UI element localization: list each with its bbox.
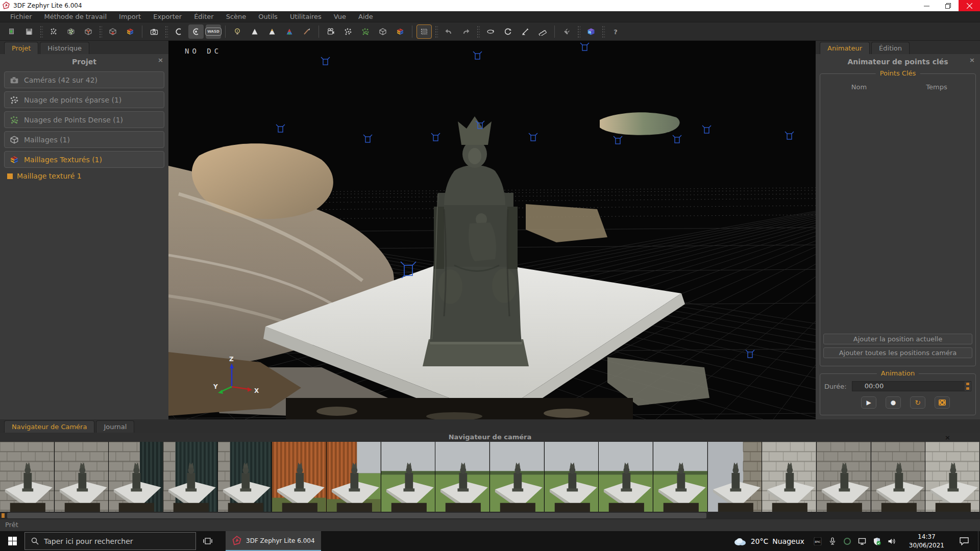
menu-scene[interactable]: Scène [221, 12, 252, 21]
cube-color-icon[interactable] [122, 24, 138, 39]
project-item-maillages-1[interactable]: Maillages (1) [4, 131, 164, 148]
menu-aide[interactable]: Aide [353, 12, 378, 21]
toolbar-grip[interactable] [477, 26, 480, 38]
tab-projet[interactable]: Projet [4, 42, 38, 54]
toolbar-grip[interactable] [165, 26, 168, 38]
camera-thumbnail-15[interactable] [762, 442, 817, 512]
cube-gray-icon[interactable] [375, 24, 390, 39]
cone-multi-icon[interactable] [282, 24, 297, 39]
wasd-mode-button[interactable]: WASD [206, 24, 221, 39]
recording-ring-icon[interactable] [843, 537, 851, 545]
menu-utilitaires[interactable]: Utilitaires [285, 12, 327, 21]
cube-color2-icon[interactable] [393, 24, 408, 39]
menu-methode-de-travail[interactable]: Méthode de travail [39, 12, 112, 21]
camera-thumbnail-6[interactable] [272, 442, 327, 512]
microphone-icon[interactable] [828, 537, 837, 545]
tab-navigateur-camera[interactable]: Navigateur de Caméra [4, 420, 94, 433]
menu-fichier[interactable]: Fichier [5, 12, 37, 21]
3d-viewport[interactable]: Z X Y NO DC [168, 41, 816, 419]
camera-thumbnail-4[interactable] [163, 442, 218, 512]
keypoints-list[interactable] [820, 91, 975, 331]
taskbar-search[interactable] [24, 532, 196, 550]
logo-3df-icon[interactable] [583, 24, 599, 39]
movie-camera-icon[interactable] [323, 24, 338, 39]
ws-dense-icon[interactable] [63, 24, 79, 39]
network-display-icon[interactable] [858, 537, 866, 545]
camera-icon[interactable] [146, 24, 162, 39]
camera-thumbnail-12[interactable] [599, 442, 653, 512]
toolbar-grip[interactable] [435, 26, 438, 38]
camera-thumbnail-3[interactable] [109, 442, 163, 512]
camera-thumbnail-17[interactable] [871, 442, 926, 512]
render-film-button[interactable] [935, 396, 950, 409]
animator-panel-close-icon[interactable]: × [969, 57, 975, 63]
maximize-button[interactable] [937, 0, 959, 11]
start-button[interactable] [0, 531, 24, 551]
save-icon[interactable] [21, 24, 37, 39]
select-rect-icon[interactable] [416, 24, 432, 39]
pts-sparse-icon[interactable] [340, 24, 356, 39]
minimize-button[interactable] [916, 0, 937, 11]
ws-sparse-icon[interactable] [46, 24, 61, 39]
camera-thumbnail-11[interactable] [545, 442, 599, 512]
tab-historique[interactable]: Historique [40, 42, 89, 54]
camera-thumbnail-5[interactable] [218, 442, 273, 512]
pts-dense-icon[interactable] [358, 24, 373, 39]
taskbar-clock[interactable]: 14:37 30/06/2021 [909, 533, 944, 549]
camera-thumbnail-9[interactable] [435, 442, 490, 512]
toolbar-grip[interactable] [99, 26, 102, 38]
camera-navigator-close-icon[interactable]: × [945, 433, 950, 442]
undo-icon[interactable] [441, 24, 456, 39]
bulb-icon[interactable] [230, 24, 245, 39]
camera-thumbnail-7[interactable] [327, 442, 381, 512]
menu-exporter[interactable]: Exporter [148, 12, 187, 21]
rotate-circle-icon[interactable] [500, 24, 516, 39]
speaker-icon[interactable] [888, 537, 896, 545]
thumbnail-scrollbar[interactable] [0, 512, 980, 519]
ruler-icon[interactable] [535, 24, 550, 39]
tab-animateur[interactable]: Animateur [820, 42, 870, 54]
redo-icon[interactable] [458, 24, 474, 39]
camera-thumbnail-13[interactable] [653, 442, 708, 512]
security-shield-icon[interactable] [873, 537, 881, 545]
tab-journal[interactable]: Journal [96, 420, 134, 433]
camera-thumbnail-8[interactable] [381, 442, 436, 512]
doc-import-icon[interactable] [4, 24, 19, 39]
camera-thumbnail-1[interactable] [0, 442, 55, 512]
notification-center-button[interactable] [954, 537, 974, 545]
camera-thumbnail-18[interactable] [925, 442, 980, 512]
close-button[interactable] [959, 0, 980, 11]
cone-yellow-icon[interactable] [264, 24, 280, 39]
project-item-cameras-42-sur-42[interactable]: Caméras (42 sur 42) [4, 71, 164, 88]
project-item-nuage-de-points-eparse-1[interactable]: Nuage de points éparse (1) [4, 91, 164, 108]
toolbar-grip[interactable] [577, 26, 580, 38]
ws-mesh-icon[interactable] [81, 24, 96, 39]
menu-import[interactable]: Import [114, 12, 146, 21]
toolbar-grip[interactable] [40, 26, 43, 38]
epic-icon[interactable]: EPIC [814, 537, 822, 545]
duration-spinner[interactable]: 00:00 [852, 381, 971, 391]
camera-thumbnail-16[interactable] [817, 442, 871, 512]
taskbar-weather[interactable]: 20°C Nuageux [733, 537, 804, 546]
project-item-maillages-textures-1[interactable]: Maillages Texturés (1) [4, 151, 164, 168]
duration-spin-buttons[interactable] [965, 382, 971, 391]
orbit-c-icon[interactable] [171, 24, 186, 39]
record-button[interactable]: ● [886, 396, 901, 409]
camera-thumbnail-2[interactable] [55, 442, 109, 512]
toolbar-grip[interactable] [602, 26, 605, 38]
play-button[interactable]: ▶ [861, 396, 876, 409]
menu-outils[interactable]: Outils [253, 12, 283, 21]
add-all-camera-positions-button[interactable]: Ajouter toutes les positions caméra [823, 347, 972, 358]
orbit-dot-icon[interactable] [188, 24, 204, 39]
project-panel-close-icon[interactable]: × [158, 57, 163, 63]
search-input[interactable] [44, 537, 177, 545]
taskbar-app-3df-zephyr[interactable]: 3DF Zephyr Lite 6.004 [226, 531, 321, 551]
orbit-gizmo-icon[interactable] [483, 24, 498, 39]
scrollbar-thumb[interactable] [7, 513, 706, 518]
translate-arrow-icon[interactable] [518, 24, 533, 39]
tree-item-textured-mesh[interactable]: Maillage texturé 1 [7, 172, 168, 180]
wrench-icon[interactable] [559, 24, 574, 39]
project-item-nuages-de-points-dense-1[interactable]: Nuages de Points Dense (1) [4, 111, 164, 128]
camera-thumbnail-10[interactable] [490, 442, 545, 512]
loop-button[interactable]: ↻ [910, 396, 925, 409]
